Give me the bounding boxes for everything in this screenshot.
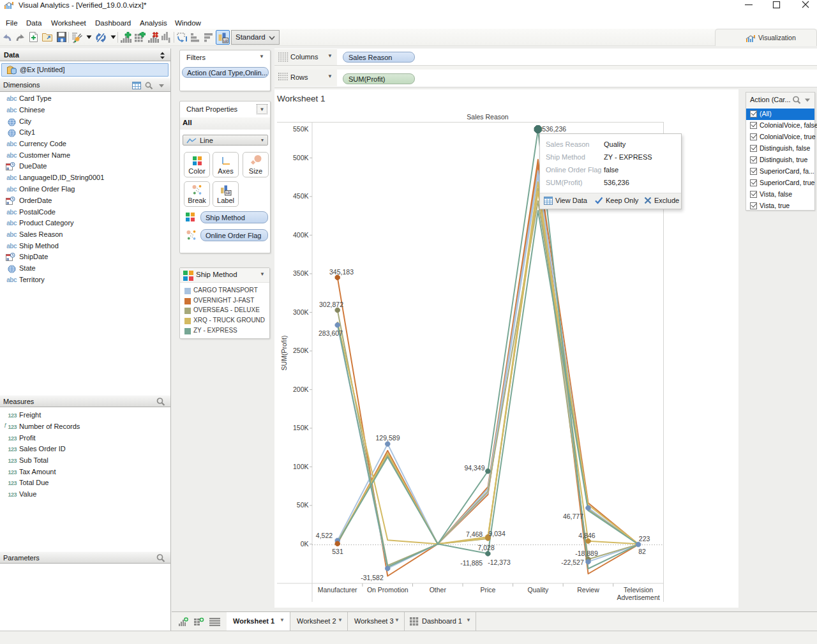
svg-text:7,468: 7,468 bbox=[466, 530, 483, 538]
svg-text:536,236: 536,236 bbox=[542, 125, 566, 133]
svg-text:LD: LD bbox=[223, 40, 228, 43]
svg-text:-12,373: -12,373 bbox=[488, 558, 511, 566]
svg-text:200K: 200K bbox=[293, 386, 309, 393]
svg-text:283,607: 283,607 bbox=[319, 329, 343, 337]
svg-text:450K: 450K bbox=[293, 192, 309, 200]
svg-text:82: 82 bbox=[638, 548, 646, 555]
svg-text:LD: LD bbox=[226, 191, 230, 195]
svg-text:500K: 500K bbox=[293, 154, 309, 161]
svg-text:Quality: Quality bbox=[528, 586, 549, 594]
svg-text:4,522: 4,522 bbox=[316, 532, 333, 539]
svg-text:46,777: 46,777 bbox=[563, 513, 583, 520]
svg-text:SUM(Profit): SUM(Profit) bbox=[280, 336, 288, 371]
svg-text:Manufacturer: Manufacturer bbox=[318, 586, 357, 594]
svg-text:300K: 300K bbox=[293, 308, 309, 316]
svg-text:9,034: 9,034 bbox=[489, 530, 506, 537]
svg-text:400K: 400K bbox=[293, 231, 309, 239]
svg-text:Other: Other bbox=[430, 586, 447, 594]
svg-text:345,183: 345,183 bbox=[329, 268, 354, 276]
svg-text:50K: 50K bbox=[297, 501, 309, 509]
svg-text:550K: 550K bbox=[293, 125, 309, 133]
svg-text:Review: Review bbox=[577, 586, 599, 594]
svg-text:302,872: 302,872 bbox=[319, 301, 343, 308]
svg-text:531: 531 bbox=[332, 548, 343, 555]
svg-text:Television: Television bbox=[624, 586, 653, 594]
svg-text:7,028: 7,028 bbox=[478, 544, 495, 551]
svg-text:12: 12 bbox=[6, 258, 9, 260]
svg-text:150K: 150K bbox=[293, 424, 309, 431]
svg-text:Price: Price bbox=[480, 586, 495, 594]
svg-text:223: 223 bbox=[639, 535, 650, 543]
svg-text:-11,885: -11,885 bbox=[460, 559, 483, 567]
svg-text:0K: 0K bbox=[301, 540, 309, 548]
svg-text:100K: 100K bbox=[293, 463, 309, 470]
svg-text:350K: 350K bbox=[293, 269, 309, 277]
svg-text:-18,889: -18,889 bbox=[575, 550, 598, 557]
svg-text:12: 12 bbox=[6, 202, 9, 204]
svg-text:12: 12 bbox=[6, 167, 9, 170]
svg-text:-31,582: -31,582 bbox=[361, 574, 384, 581]
svg-text:On Promotion: On Promotion bbox=[367, 586, 408, 594]
svg-text:-22,527: -22,527 bbox=[561, 558, 584, 566]
svg-text:4,846: 4,846 bbox=[578, 532, 595, 539]
svg-text:129,589: 129,589 bbox=[376, 434, 400, 442]
svg-text:Advertisement: Advertisement bbox=[617, 594, 660, 601]
svg-text:Sales Reason: Sales Reason bbox=[467, 113, 509, 121]
svg-text:94,349: 94,349 bbox=[464, 464, 484, 472]
svg-text:250K: 250K bbox=[293, 347, 309, 354]
